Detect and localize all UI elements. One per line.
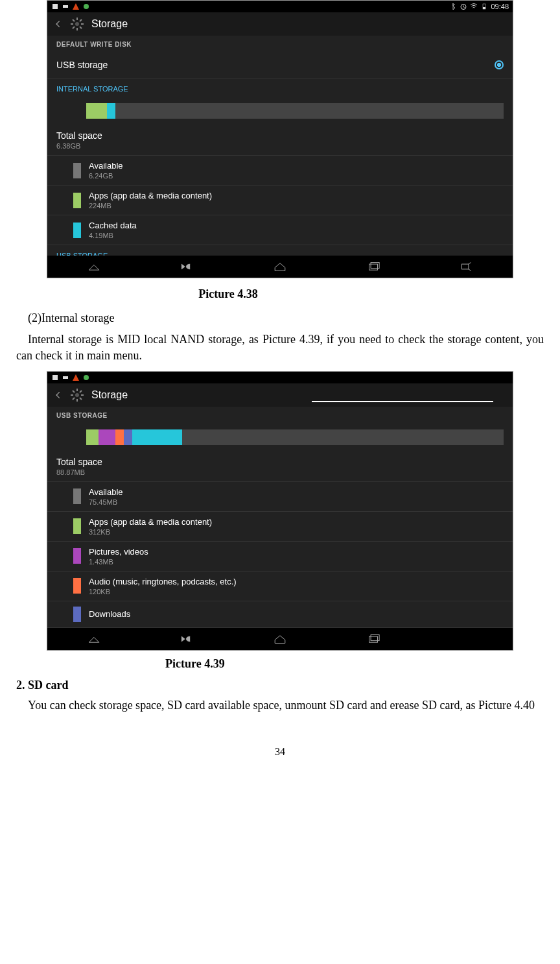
screenshot-4-38: 09:48 Storage DEFAULT WRITE DISK USB sto… <box>47 0 513 278</box>
total-space-row[interactable]: Total space 88.87MB <box>47 452 513 482</box>
category-swatch <box>73 488 81 504</box>
app-title: Storage <box>91 18 128 30</box>
svg-rect-6 <box>483 7 485 9</box>
category-value: 120KB <box>89 588 237 596</box>
category-label: Pictures, videos <box>89 547 148 557</box>
notif-icon <box>51 374 59 381</box>
category-label: Apps (app data & media content) <box>89 191 212 200</box>
svg-point-14 <box>84 375 89 380</box>
svg-rect-11 <box>52 375 58 380</box>
app-header: Storage <box>47 383 513 407</box>
section-header-internal: INTERNAL STORAGE <box>47 78 513 97</box>
caption-4-38: Picture 4.38 <box>0 287 544 301</box>
total-space-row[interactable]: Total space 6.38GB <box>47 125 513 156</box>
page-number: 34 <box>16 746 544 758</box>
back-icon[interactable] <box>54 19 63 29</box>
app-header: Storage <box>47 12 513 36</box>
category-label: Audio (music, ringtones, podcasts, etc.) <box>89 577 237 586</box>
svg-rect-10 <box>462 264 469 269</box>
svg-rect-9 <box>371 263 379 269</box>
nav-screenshot-icon[interactable] <box>458 261 474 272</box>
storage-segment <box>99 429 115 445</box>
wifi-icon <box>470 3 478 10</box>
category-value: 6.24GB <box>89 172 123 180</box>
app-title: Storage <box>91 389 128 401</box>
storage-category-row[interactable]: Apps (app data & media content)312KB <box>47 512 513 542</box>
nav-notif-icon[interactable] <box>86 634 102 644</box>
storage-category-row[interactable]: Audio (music, ringtones, podcasts, etc.)… <box>47 572 513 601</box>
category-swatch <box>73 223 81 238</box>
storage-segment <box>86 103 107 119</box>
nav-recent-icon[interactable] <box>365 634 382 644</box>
category-label: Cached data <box>89 221 137 230</box>
gear-icon <box>69 387 85 403</box>
svg-point-15 <box>75 393 79 397</box>
notif-icon <box>72 3 80 10</box>
svg-point-7 <box>75 22 79 26</box>
usb-storage-option[interactable]: USB storage <box>47 52 513 78</box>
bluetooth-icon <box>449 3 457 10</box>
storage-segment <box>107 103 115 119</box>
category-swatch <box>73 607 81 622</box>
search-underline[interactable] <box>312 401 493 402</box>
notif-icon <box>62 374 69 381</box>
storage-category-row[interactable]: Pictures, videos1.43MB <box>47 542 513 572</box>
caption-4-39: Picture 4.39 <box>16 657 544 671</box>
notif-icon <box>72 374 80 381</box>
category-swatch <box>73 163 81 178</box>
category-value: 75.45MB <box>89 498 123 506</box>
category-value: 224MB <box>89 202 212 210</box>
category-label: Available <box>89 487 123 497</box>
total-value: 88.87MB <box>56 468 504 476</box>
notif-icon <box>62 3 69 10</box>
storage-bar <box>86 429 504 445</box>
nav-back-icon[interactable] <box>178 634 195 644</box>
storage-category-row[interactable]: Cached data4.19MB <box>47 215 513 245</box>
nav-home-icon[interactable] <box>272 634 288 644</box>
section-header-default-disk: DEFAULT WRITE DISK <box>47 36 513 52</box>
storage-segment <box>115 429 124 445</box>
nav-home-icon[interactable] <box>272 261 288 272</box>
screenshot-4-39: Storage USB STORAGE Total space 88.87MB … <box>47 371 513 651</box>
notif-icon <box>82 374 90 381</box>
body-text-internal: Internal storage is MID local NAND stora… <box>16 331 544 364</box>
gear-icon <box>69 16 85 32</box>
category-swatch <box>73 193 81 208</box>
notif-icon <box>82 3 90 10</box>
nav-bar <box>47 256 513 278</box>
category-swatch <box>73 518 81 534</box>
total-value: 6.38GB <box>56 142 504 150</box>
section-header-usb: USB STORAGE <box>47 407 513 423</box>
svg-rect-1 <box>63 5 68 8</box>
storage-category-row[interactable]: Downloads <box>47 601 513 628</box>
nav-back-icon[interactable] <box>178 261 195 272</box>
category-value: 1.43MB <box>89 558 148 566</box>
heading-sd-card: 2. SD card <box>16 679 544 692</box>
total-label: Total space <box>56 457 504 467</box>
storage-segment <box>124 429 132 445</box>
nav-recent-icon[interactable] <box>365 261 382 272</box>
category-swatch <box>73 578 81 594</box>
battery-icon <box>480 3 488 10</box>
radio-selected-icon[interactable] <box>495 60 504 69</box>
back-icon[interactable] <box>54 391 63 400</box>
storage-category-row[interactable]: Available6.24GB <box>47 156 513 186</box>
usb-storage-cutoff: USB STORAGE <box>47 245 513 256</box>
svg-point-3 <box>84 4 89 9</box>
storage-category-row[interactable]: Apps (app data & media content)224MB <box>47 186 513 215</box>
category-label: Downloads <box>89 609 130 619</box>
svg-rect-0 <box>52 4 58 9</box>
storage-category-row[interactable]: Available75.45MB <box>47 482 513 512</box>
svg-rect-12 <box>63 376 68 379</box>
usb-storage-label: USB storage <box>56 60 108 70</box>
nav-notif-icon[interactable] <box>86 261 102 272</box>
notif-icon <box>51 3 59 10</box>
svg-marker-13 <box>73 374 79 381</box>
svg-rect-17 <box>371 634 379 640</box>
category-label: Available <box>89 161 123 171</box>
heading-internal-storage: (2)Internal storage <box>16 310 544 326</box>
alarm-icon <box>460 3 467 10</box>
category-label: Apps (app data & media content) <box>89 517 212 527</box>
category-value: 4.19MB <box>89 232 137 239</box>
status-bar <box>47 372 513 383</box>
